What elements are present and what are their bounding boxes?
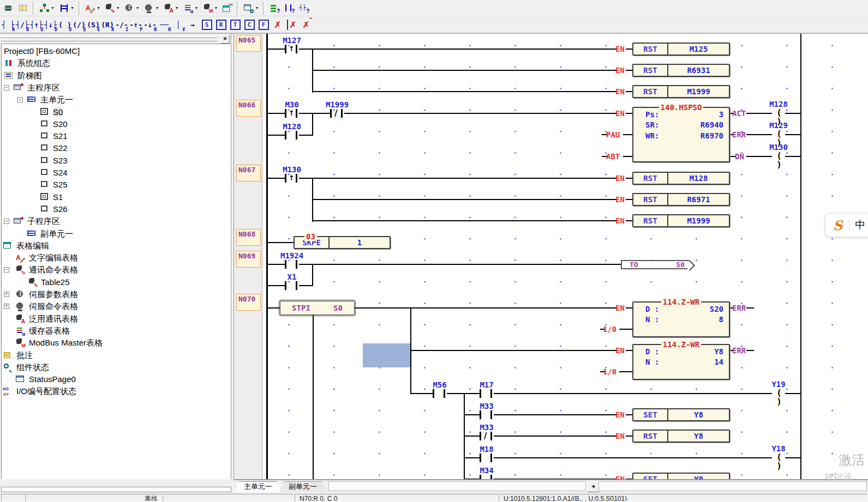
- close-icon[interactable]: ✕: [220, 35, 230, 44]
- tree-item--[interactable]: 泛用通讯表格: [2, 313, 230, 325]
- collapse-icon[interactable]: −: [4, 267, 9, 273]
- tree-item-Project0-FBs-60MC-[interactable]: Project0 [FBs-60MC]: [2, 45, 230, 57]
- ladder-tool-button-B[interactable]: ┤/├B: [16, 17, 29, 32]
- tree-item-label[interactable]: S22: [53, 143, 68, 153]
- tree-item-label[interactable]: 子程序区: [27, 216, 60, 227]
- ladder-tool-button-Q[interactable]: (/)Q: [73, 17, 86, 32]
- contact-rising-M130[interactable]: [285, 174, 299, 183]
- function-block-140.HSPSO[interactable]: 140.HSPSOPs:3SR:R6940WR:R6970: [632, 107, 730, 162]
- coil-M130[interactable]: ( ): [772, 152, 786, 161]
- ladder-tool-button-U[interactable]: ┤↑├U: [30, 17, 43, 32]
- tree-item-S22[interactable]: S22: [2, 142, 230, 154]
- ladder-tool-button[interactable]: C: [243, 17, 256, 32]
- hscrollbar-track[interactable]: [328, 481, 586, 491]
- hscrollbar-track[interactable]: [598, 481, 867, 491]
- tree-item-label[interactable]: 通讯命令表格: [29, 265, 78, 275]
- tree-item--[interactable]: +伺服参数表格: [2, 288, 230, 300]
- instr-block-RST-M1999[interactable]: RSTM1999: [632, 85, 730, 98]
- toolbar-button-plugA[interactable]: ▼: [162, 0, 181, 16]
- ladder-tool-button[interactable]: ✗: [271, 17, 284, 32]
- ladder-tool-button[interactable]: →: [186, 17, 199, 32]
- tree-item-S0[interactable]: S0: [2, 106, 230, 118]
- tree-item-label[interactable]: S25: [53, 180, 68, 189]
- instr-block-RST-R6971[interactable]: RSTR6971: [632, 193, 730, 206]
- toolbar-button-ladderQ[interactable]: [283, 0, 296, 16]
- toolbar-button-plugM[interactable]: ▼: [201, 0, 220, 16]
- toolbar-button-contactQ[interactable]: [297, 0, 311, 16]
- tree-item-S21[interactable]: S21: [2, 130, 230, 142]
- contact-no-M128[interactable]: [285, 131, 299, 140]
- tree-item-label[interactable]: S23: [53, 156, 68, 165]
- param-value[interactable]: 14: [714, 358, 723, 366]
- ladder-editor-canvas[interactable]: N065N066N067N068N069N070 M127M30M1999M12…: [234, 34, 868, 479]
- tree-item--[interactable]: −主程序区: [2, 82, 230, 94]
- tree-item-label[interactable]: S20: [53, 119, 68, 129]
- function-block-114.Z-WR[interactable]: 114.Z-WRD :Y8N :14: [632, 344, 730, 380]
- function-block-114.Z-WR[interactable]: 114.Z-WRD :S20N :8: [632, 301, 730, 337]
- tree-item--[interactable]: −子程序区: [2, 215, 230, 227]
- chevron-down-icon[interactable]: ▼: [51, 6, 55, 10]
- tree-item-label[interactable]: S0: [53, 107, 63, 117]
- chevron-down-icon[interactable]: ▼: [214, 6, 218, 10]
- tree-item-S23[interactable]: S23: [2, 155, 230, 167]
- param-value[interactable]: Y8: [714, 347, 723, 356]
- jump-to-step[interactable]: TOS0: [621, 260, 689, 269]
- tree-item-label[interactable]: 阶梯图: [17, 71, 42, 81]
- tree-item-label[interactable]: 表格编辑: [16, 241, 49, 251]
- tree-item-label[interactable]: 批注: [16, 350, 33, 361]
- tree-item-StatusPage0[interactable]: StatusPage0: [2, 373, 230, 385]
- tree-item-label[interactable]: S24: [53, 168, 68, 177]
- instr-block-SET-Y9[interactable]: SETY9: [632, 473, 730, 479]
- coil-M128[interactable]: ( ): [772, 108, 786, 118]
- ladder-tool-button[interactable]: T: [229, 17, 242, 32]
- ladder-tool-button-E[interactable]: (S)E: [87, 17, 100, 32]
- tree-item-label[interactable]: 副单元一: [40, 229, 73, 239]
- tree-item-label[interactable]: 伺服命令表格: [29, 301, 78, 312]
- tree-item--[interactable]: 组件状态: [2, 361, 230, 373]
- instr-block-RST-Y8[interactable]: RSTY8: [632, 430, 730, 443]
- tree-item-label[interactable]: Project0 [FBs-60MC]: [4, 46, 80, 56]
- toolbar-button-ladder2[interactable]: ▼: [57, 0, 76, 16]
- toolbar-button-servo[interactable]: ▼: [142, 0, 161, 16]
- toolbar-button-glist[interactable]: [268, 0, 282, 16]
- tree-item--[interactable]: 缓存器表格: [2, 325, 230, 337]
- toolbar-button-chip[interactable]: [2, 0, 15, 16]
- coil-M129[interactable]: ( ): [772, 130, 786, 140]
- tree-item-label[interactable]: S1: [53, 192, 63, 202]
- ladder-tool-button[interactable]: F: [257, 17, 270, 32]
- tree-item-S24[interactable]: S24: [2, 167, 230, 179]
- tree-item-label[interactable]: 主程序区: [27, 83, 60, 93]
- contact-no-M18[interactable]: [480, 453, 494, 462]
- contact-nc-M33[interactable]: [480, 432, 494, 440]
- ladder-tool-button-P[interactable]: -↑-P: [129, 17, 142, 32]
- param-value[interactable]: S20: [710, 305, 723, 313]
- tree-item-S1[interactable]: S1: [2, 191, 230, 203]
- tree-item-label[interactable]: 文字编辑表格: [29, 253, 78, 263]
- tree-item-label[interactable]: StatusPage0: [29, 374, 76, 384]
- tree-item--[interactable]: −通讯命令表格: [2, 264, 230, 276]
- expand-icon[interactable]: +: [4, 304, 9, 309]
- toolbar-button-findwin[interactable]: ▼: [242, 0, 260, 16]
- contact-nc-M1999[interactable]: [330, 109, 344, 118]
- chevron-down-icon[interactable]: ▼: [195, 6, 199, 10]
- tree-item-label[interactable]: I/O编号配置状态: [16, 386, 76, 397]
- ladder-tool-button[interactable]: ✗: [285, 17, 298, 32]
- tab-主单元一[interactable]: 主单元一: [235, 481, 281, 492]
- tree-item-label[interactable]: ModBus Master表格: [29, 338, 103, 348]
- tree-item-S20[interactable]: S20: [2, 118, 230, 130]
- instr-block-SET-Y8[interactable]: SETY8: [632, 408, 730, 421]
- toolbar-button-servoX[interactable]: ▼: [123, 0, 141, 16]
- tree-item-I-O-[interactable]: I/O编号配置状态: [2, 385, 230, 397]
- ladder-tool-button[interactable]: S: [200, 17, 213, 32]
- ladder-tool-button-A[interactable]: ┤ ├A: [2, 17, 15, 32]
- toolbar-button-buffer[interactable]: ▼: [182, 0, 200, 16]
- step-block-STPI[interactable]: STPIS0: [280, 301, 355, 315]
- collapse-icon[interactable]: −: [17, 97, 23, 102]
- param-value[interactable]: 8: [719, 315, 723, 324]
- instr-block-RST-M1999[interactable]: RSTM1999: [632, 214, 730, 227]
- tree-item-label[interactable]: 伺服参数表格: [29, 289, 78, 300]
- tree-item-label[interactable]: Table25: [41, 277, 70, 287]
- tree-item--[interactable]: 阶梯图: [2, 70, 230, 82]
- toolbar-button-book[interactable]: [16, 0, 30, 16]
- chevron-down-icon[interactable]: ▼: [155, 6, 159, 10]
